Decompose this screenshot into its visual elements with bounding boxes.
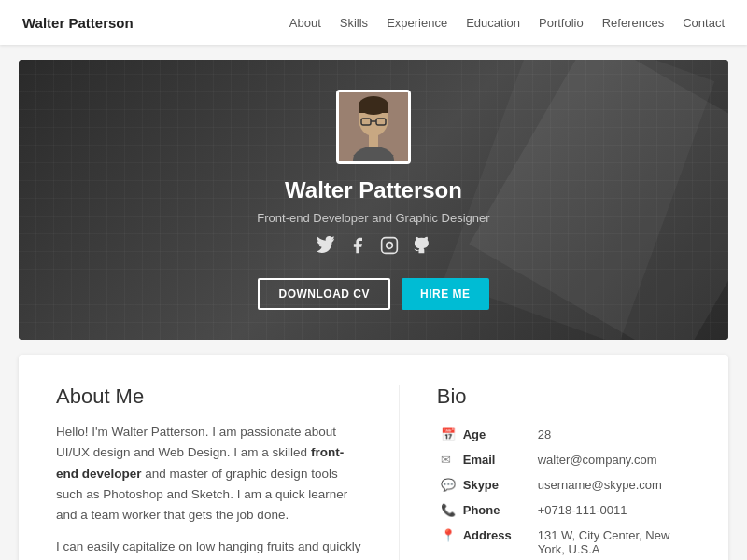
bio-icon: 📞 [437,497,459,523]
download-cv-button[interactable]: DOWNLOAD CV [258,278,390,310]
bio-row: ✉ Email walter@company.com [437,447,691,472]
svg-rect-9 [382,238,398,254]
about-section: About Me Hello! I'm Walter Patterson. I … [19,355,728,560]
instagram-icon[interactable] [380,236,399,259]
hero-content: Walter Patterson Front-end Developer and… [257,90,489,310]
nav-portfolio[interactable]: Portfolio [539,16,584,30]
hero-name: Walter Patterson [285,177,462,203]
about-title: About Me [56,385,361,409]
bio-icon: 💬 [437,472,459,497]
bio-icon: 📍 [437,523,459,560]
facebook-icon[interactable] [348,236,367,259]
bio-row: 📍 Address 131 W, City Center, New York, … [437,523,691,560]
bio-section: Bio 📅 Age 28 ✉ Email walter@company.com … [399,385,691,560]
about-left: About Me Hello! I'm Walter Patterson. I … [56,385,361,560]
bio-label: Skype [459,472,534,497]
nav-logo: Walter Patterson [22,15,134,31]
about-paragraph-1: Hello! I'm Walter Patterson. I am passio… [56,422,361,525]
hero-section: Walter Patterson Front-end Developer and… [19,60,728,340]
about-paragraph-2: I can easily capitalize on low hanging f… [56,537,361,560]
svg-rect-3 [359,105,388,113]
svg-rect-8 [369,135,378,147]
bio-value: +0718-111-0011 [534,497,691,523]
nav-experience[interactable]: Experience [387,16,447,30]
bio-row: 📞 Phone +0718-111-0011 [437,497,691,523]
hero-buttons: DOWNLOAD CV HIRE ME [258,278,488,310]
hero-social-icons [317,236,430,259]
bio-row: 💬 Skype username@skype.com [437,472,691,497]
bio-value: 28 [534,422,691,447]
github-icon[interactable] [412,236,430,259]
hire-me-button[interactable]: HIRE ME [402,278,489,310]
nav-skills[interactable]: Skills [340,16,368,30]
nav-links: AboutSkillsExperienceEducationPortfolioR… [289,16,725,30]
bio-label: Phone [459,497,534,523]
avatar [336,90,411,164]
bio-icon: 📅 [437,422,459,447]
bio-icon: ✉ [437,447,459,472]
navbar: Walter Patterson AboutSkillsExperienceEd… [0,0,747,45]
hero-title: Front-end Developer and Graphic Designer [257,211,489,225]
bio-label: Address [459,523,534,560]
twitter-icon[interactable] [317,236,335,259]
bio-table: 📅 Age 28 ✉ Email walter@company.com 💬 Sk… [437,422,691,560]
bio-label: Email [459,447,534,472]
bio-title: Bio [437,385,691,409]
nav-education[interactable]: Education [466,16,520,30]
nav-about[interactable]: About [289,16,321,30]
bio-value: 131 W, City Center, New York, U.S.A [534,523,691,560]
bio-value: walter@company.com [534,447,691,472]
bio-row: 📅 Age 28 [437,422,691,447]
bio-value: username@skype.com [534,472,691,497]
nav-contact[interactable]: Contact [683,16,725,30]
nav-references[interactable]: References [602,16,664,30]
bio-label: Age [459,422,534,447]
